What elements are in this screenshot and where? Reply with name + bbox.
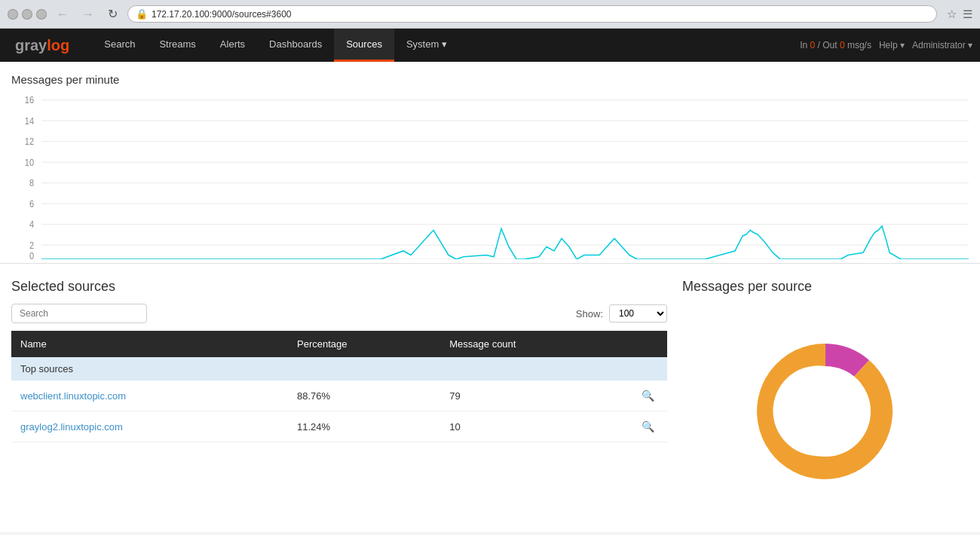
table-header-row: Name Percentage Message count bbox=[11, 331, 667, 357]
svg-text:10: 10 bbox=[25, 157, 34, 167]
address-text: 172.17.20.100:9000/sources#3600 bbox=[152, 9, 292, 20]
source-count-1: 79 bbox=[440, 381, 629, 411]
group-row-top-sources: Top sources bbox=[11, 357, 667, 381]
svg-text:4: 4 bbox=[29, 220, 35, 230]
menu-icon[interactable]: ☰ bbox=[963, 8, 972, 21]
col-name: Name bbox=[11, 331, 288, 357]
svg-text:16: 16 bbox=[25, 96, 34, 105]
svg-text:12: 12 bbox=[25, 137, 34, 147]
forward-button[interactable]: → bbox=[78, 6, 98, 23]
col-actions bbox=[629, 331, 667, 357]
source-pct-2: 11.24% bbox=[288, 411, 440, 442]
msg-unit: msg/s bbox=[847, 40, 871, 50]
lower-section: Selected sources Show: 100 500 1000 5000… bbox=[0, 264, 980, 532]
table-row: webclient.linuxtopic.com 88.76% 79 🔍 bbox=[11, 381, 667, 411]
out-label: / Out bbox=[818, 40, 838, 50]
donut-chart bbox=[720, 306, 931, 517]
help-menu[interactable]: Help ▾ bbox=[879, 40, 905, 50]
messages-chart: 16 14 12 10 8 6 4 2 0 17:50 18:00 18:10 … bbox=[11, 93, 969, 259]
navbar: graylog Search Streams Alerts Dashboards… bbox=[0, 29, 980, 62]
in-out-status: In 0 / Out 0 msg/s bbox=[800, 40, 871, 50]
svg-text:0: 0 bbox=[29, 252, 34, 259]
window-close[interactable] bbox=[8, 9, 18, 20]
chart-section: Messages per minute 16 14 12 10 8 6 4 2 … bbox=[0, 62, 980, 264]
show-label: Show: bbox=[576, 308, 603, 319]
admin-menu[interactable]: Administrator ▾ bbox=[912, 40, 972, 50]
refresh-button[interactable]: ↻ bbox=[104, 5, 121, 23]
logo[interactable]: graylog bbox=[8, 29, 77, 62]
source-name-1: webclient.linuxtopic.com bbox=[11, 381, 288, 411]
svg-text:8: 8 bbox=[29, 179, 34, 188]
source-link-1[interactable]: webclient.linuxtopic.com bbox=[20, 390, 126, 402]
browser-toolbar-icons: ☆ ☰ bbox=[947, 8, 972, 21]
browser-chrome: ← → ↻ 🔒 172.17.20.100:9000/sources#3600 … bbox=[0, 0, 980, 29]
chart-title: Messages per minute bbox=[11, 73, 969, 86]
chart-container: 16 14 12 10 8 6 4 2 0 17:50 18:00 18:10 … bbox=[11, 93, 969, 259]
source-zoom-1: 🔍 bbox=[629, 381, 667, 411]
nav-system[interactable]: System ▾ bbox=[394, 29, 459, 62]
source-count-2: 10 bbox=[440, 411, 629, 442]
svg-text:14: 14 bbox=[25, 116, 35, 126]
in-value: 0 bbox=[810, 40, 816, 50]
donut-title: Messages per source bbox=[682, 279, 812, 295]
in-label: In bbox=[800, 40, 807, 50]
window-controls bbox=[8, 9, 47, 20]
search-input[interactable] bbox=[11, 304, 147, 323]
nav-search[interactable]: Search bbox=[92, 29, 147, 62]
source-pct-1: 88.76% bbox=[288, 381, 440, 411]
window-maximize[interactable] bbox=[36, 9, 47, 20]
search-bar-row: Show: 100 500 1000 5000 bbox=[11, 304, 667, 323]
svg-text:2: 2 bbox=[29, 240, 34, 250]
nav-dashboards[interactable]: Dashboards bbox=[257, 29, 334, 62]
donut-center bbox=[780, 366, 871, 457]
sources-title: Selected sources bbox=[11, 279, 667, 295]
logo-log: log bbox=[47, 37, 69, 54]
source-link-2[interactable]: graylog2.linuxtopic.com bbox=[20, 421, 123, 433]
svg-text:6: 6 bbox=[29, 199, 34, 209]
source-name-2: graylog2.linuxtopic.com bbox=[11, 411, 288, 442]
out-value: 0 bbox=[840, 40, 845, 50]
nav-items: Search Streams Alerts Dashboards Sources… bbox=[92, 29, 459, 62]
nav-right: In 0 / Out 0 msg/s Help ▾ Administrator … bbox=[800, 29, 972, 62]
nav-streams[interactable]: Streams bbox=[147, 29, 207, 62]
donut-panel: Messages per source bbox=[682, 279, 969, 517]
show-control: Show: 100 500 1000 5000 bbox=[576, 304, 667, 323]
col-percentage: Percentage bbox=[288, 331, 440, 357]
nav-sources[interactable]: Sources bbox=[334, 29, 394, 62]
group-label: Top sources bbox=[11, 357, 667, 381]
zoom-button-2[interactable]: 🔍 bbox=[639, 419, 657, 434]
back-button[interactable]: ← bbox=[53, 6, 72, 23]
show-select[interactable]: 100 500 1000 5000 bbox=[609, 304, 667, 323]
window-minimize[interactable] bbox=[22, 9, 32, 20]
zoom-button-1[interactable]: 🔍 bbox=[639, 388, 657, 403]
table-row: graylog2.linuxtopic.com 11.24% 10 🔍 bbox=[11, 411, 667, 442]
source-zoom-2: 🔍 bbox=[629, 411, 667, 442]
address-bar[interactable]: 🔒 172.17.20.100:9000/sources#3600 bbox=[127, 5, 937, 23]
col-count: Message count bbox=[440, 331, 629, 357]
nav-alerts[interactable]: Alerts bbox=[208, 29, 257, 62]
sources-table: Name Percentage Message count Top source… bbox=[11, 331, 667, 442]
bookmark-icon[interactable]: ☆ bbox=[947, 8, 957, 21]
logo-gray: gray bbox=[15, 37, 47, 54]
sources-panel: Selected sources Show: 100 500 1000 5000… bbox=[11, 279, 667, 517]
